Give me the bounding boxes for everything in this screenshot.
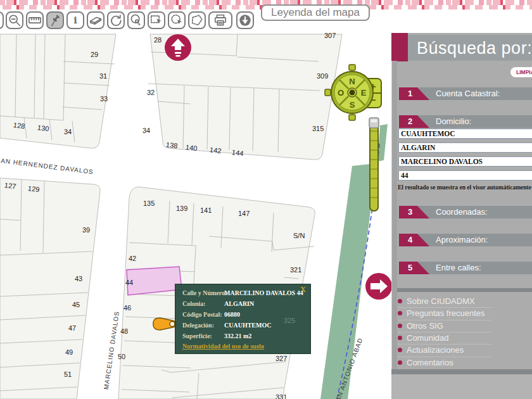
tool-select-circle[interactable] [168,11,186,29]
svg-text:i: i [73,15,77,25]
section-header-4[interactable]: Aproximación: [410,234,532,246]
popup-row: Superficie:332.21 m2 [182,332,212,339]
pan-right-button[interactable] [365,272,393,303]
refresh-icon [109,13,123,27]
bullet-icon [398,299,402,303]
popup-row-value: 06880 [224,311,240,318]
tool-layers-book[interactable] [87,11,104,29]
section-header-5[interactable]: Entre calles: [410,262,532,274]
popup-row-value: MARCELINO DAVALOS 44 [224,289,303,296]
tool-zoom-out[interactable] [6,11,23,29]
sidebar-link-sobre-ciudadmx[interactable]: Sobre CIUDADMX [398,295,493,307]
zoom-out-icon [8,13,22,27]
sidebar-title-accent [391,33,408,61]
domicilio-input-1[interactable] [398,142,532,153]
legend-button[interactable]: Leyenda del mapa [261,4,370,21]
popup-row: Delegación:CUAUHTEMOC [182,322,214,329]
popup-row: Calle y Número:MARCELINO DAVALOS 44 [182,289,227,296]
land-use-link[interactable]: Normatividad del uso de suelo [182,343,264,350]
popup-row: Código Postal:06880 [182,311,222,318]
search-sidebar: Búsqueda por: LIMPIAR Cuenta Catastral:1… [391,33,532,399]
compass-n: N [349,77,355,86]
sidebar-link-label: Otros SIG [407,321,443,331]
pan-up-button[interactable] [164,34,192,64]
ruler-icon [28,13,42,27]
popup-row-label: Colonia: [182,300,206,307]
sidebar-link-label: Preguntas frecuentes [407,308,485,318]
popup-row-value: CUAUHTEMOC [224,322,271,329]
tool-identify-circle[interactable] [127,11,145,29]
bullet-icon [398,311,402,315]
sidebar-bottom-area [391,374,532,399]
popup-row: Colonia:ALGARIN [182,300,206,307]
section-header-1[interactable]: Cuenta Catastral: [410,87,532,100]
tool-partial-tool[interactable] [0,11,4,29]
tool-select-polygon[interactable] [188,11,206,29]
tool-pin[interactable] [46,11,64,29]
sidebar-title: Búsqueda por: [417,39,532,58]
popup-row-value: ALGARIN [224,300,254,307]
popup-row-value: 332.21 m2 [224,332,251,339]
circle-pointer-icon [129,13,143,27]
domicilio-input-3[interactable] [398,170,532,180]
tool-print[interactable] [208,11,232,29]
pin-icon [48,13,62,27]
popup-row-label: Delegación: [182,322,214,329]
result-note: El resultado se muestra en el visor auto… [398,184,531,191]
bullet-icon [398,324,402,328]
zoom-slider-thumb[interactable] [369,118,379,128]
parcel-label-behind-popup: 325 [284,317,295,324]
tool-select-rectangle[interactable] [148,11,165,29]
sidebar-link-actualizaciones[interactable]: Actualizaciones [398,344,493,356]
sidebar-link-otros-sig[interactable]: Otros SIG [398,320,493,332]
sidebar-link-comunidad[interactable]: Comunidad [398,332,493,344]
tool-measure[interactable] [26,11,44,29]
compass-s: S [350,100,355,110]
popup-row-label: Código Postal: [182,311,222,318]
print-icon [213,13,227,27]
sidebar-link-label: Comunidad [407,333,449,343]
polygon-select-icon [190,13,204,27]
info-icon: i [68,13,82,27]
domicilio-input-0[interactable] [398,129,532,139]
compass-rose[interactable]: N E S O [325,65,373,120]
tool-refresh[interactable] [107,11,125,29]
tool-download[interactable] [236,11,254,29]
popup-row-label: Superficie: [182,332,212,339]
bullet-icon [398,348,402,352]
sidebar-link-preguntas-frecuentes[interactable]: Preguntas frecuentes [398,307,493,319]
sidebar-link-label: Comentarios [407,358,453,367]
circle-select-icon [170,13,184,27]
zoom-slider[interactable] [369,115,380,217]
bullet-icon [398,360,402,365]
popup-row-label: Calle y Número: [182,289,227,296]
section-header-3[interactable]: Coordenadas: [410,206,532,218]
compass-o: O [338,88,344,98]
domicilio-input-2[interactable] [398,156,532,167]
vertical-scrollbar[interactable] [391,61,397,369]
bullet-icon [398,336,402,340]
sidebar-link-label: Sobre CIUDADMX [407,296,475,306]
sidebar-link-comentarios[interactable]: Comentarios [398,357,493,369]
compass-e: E [361,88,367,98]
tool-info[interactable]: i [66,11,84,29]
rect-select-icon [149,13,163,27]
sidebar-link-label: Actualizaciones [407,345,464,355]
sidebar-bottom-bar [391,369,532,374]
download-icon [238,13,252,27]
links-divider [391,288,532,292]
partial-icon [0,13,2,27]
book-icon [89,13,103,27]
clear-button[interactable]: LIMPIAR [510,67,532,77]
section-header-2[interactable]: Domicilio: [410,115,532,128]
